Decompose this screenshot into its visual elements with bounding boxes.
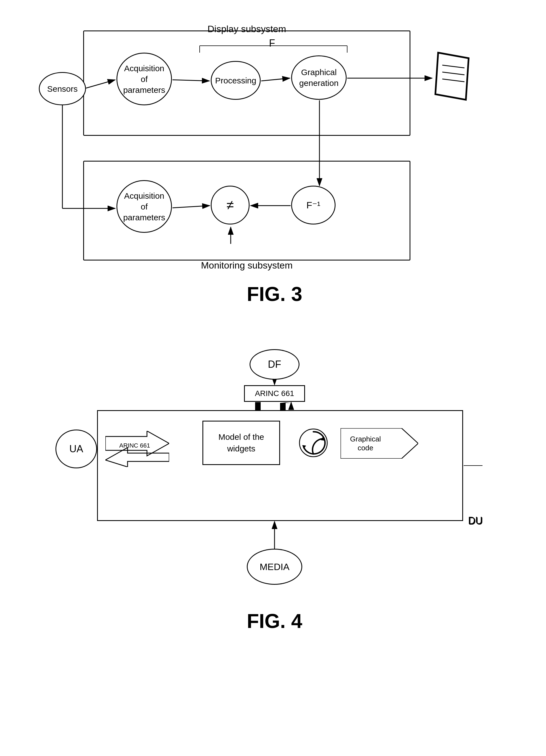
screen-icon xyxy=(433,50,471,105)
arinc-top-label: ARINC 661 xyxy=(255,389,294,398)
df-oval: DF xyxy=(249,349,300,380)
model-box: Model of the widgets xyxy=(202,421,280,465)
svg-line-16 xyxy=(442,65,465,68)
neq-oval: ≠ xyxy=(211,186,249,224)
graphical-gen-label: Graphical generation xyxy=(299,67,339,88)
du-label-text: DU xyxy=(468,515,483,527)
media-oval: MEDIA xyxy=(247,549,302,585)
svg-line-17 xyxy=(442,72,465,75)
display-label: Display subsystem xyxy=(207,24,286,34)
acq-display-label: Acquisition of parameters xyxy=(123,63,165,95)
graphical-code-shape: Graphical code xyxy=(341,428,418,459)
arinc-arrow-shape: ARINC 661 xyxy=(105,431,169,467)
arinc-top-box: ARINC 661 xyxy=(244,385,305,402)
ua-label: UA xyxy=(69,443,83,455)
svg-text:Graphical: Graphical xyxy=(350,435,381,443)
finv-label: F⁻¹ xyxy=(307,199,320,211)
graphical-gen-oval: Graphical generation xyxy=(291,55,347,100)
finv-oval: F⁻¹ xyxy=(291,186,336,224)
monitoring-label: Monitoring subsystem xyxy=(201,260,293,271)
svg-text:ARINC 661: ARINC 661 xyxy=(119,442,150,449)
svg-marker-39 xyxy=(341,428,418,459)
refresh-icon xyxy=(297,426,330,459)
sensors-oval: Sensors xyxy=(39,72,86,105)
model-label: Model of the widgets xyxy=(218,431,264,454)
fig3-label: FIG. 3 xyxy=(247,283,302,305)
processing-oval: Processing xyxy=(211,61,261,100)
acq-display-oval: Acquisition of parameters xyxy=(116,53,172,105)
f-brace-label: F xyxy=(269,37,275,49)
svg-marker-15 xyxy=(435,53,469,100)
ua-oval: UA xyxy=(55,430,97,468)
svg-text:code: code xyxy=(358,444,373,452)
media-label: MEDIA xyxy=(259,561,290,572)
acq-monitor-label: Acquisition of parameters xyxy=(123,190,165,223)
processing-label: Processing xyxy=(215,75,256,86)
acq-monitor-oval: Acquisition of parameters xyxy=(116,180,172,233)
neq-label: ≠ xyxy=(226,196,234,214)
fig4-label: FIG. 4 xyxy=(247,610,302,632)
svg-line-18 xyxy=(442,79,465,82)
sensors-label: Sensors xyxy=(47,83,78,94)
df-label: DF xyxy=(268,359,281,370)
page: Display subsystem Monitoring subsystem S… xyxy=(0,0,546,756)
